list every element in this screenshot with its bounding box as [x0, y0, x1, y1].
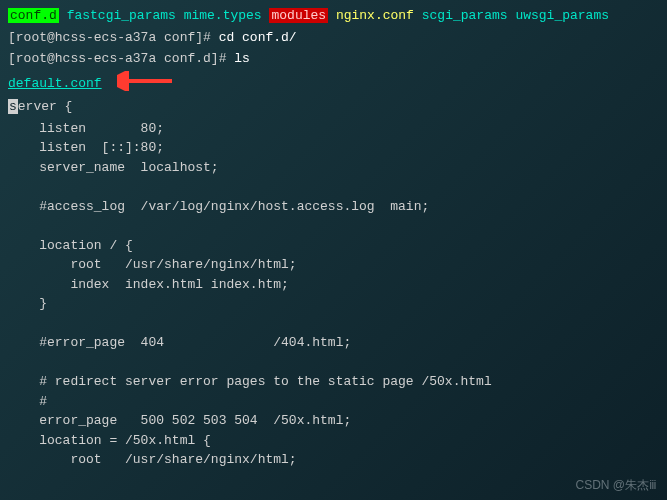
- filename-line: default.conf: [8, 71, 659, 98]
- cursor-icon: s: [8, 99, 18, 114]
- ls-item-modules: modules: [269, 8, 328, 23]
- prompt-line-cd: [root@hcss-ecs-a37a conf]# cd conf.d/: [8, 28, 659, 48]
- file-content-body: listen 80; listen [::]:80; server_name l…: [8, 119, 659, 470]
- command-text: cd conf.d/: [219, 30, 297, 45]
- file-content-first-line: server {: [8, 97, 659, 117]
- ls-item-mime: mime.types: [184, 8, 262, 23]
- ls-output-line: conf.d fastcgi_params mime.types modules…: [8, 6, 659, 26]
- default-conf-file: default.conf: [8, 74, 102, 94]
- ls-item-confd: conf.d: [8, 8, 59, 23]
- watermark-text: CSDN @朱杰ⅲ: [575, 476, 657, 494]
- prompt-prefix: [root@hcss-ecs-a37a conf]#: [8, 30, 219, 45]
- ls-item-uwsgi: uwsgi_params: [515, 8, 609, 23]
- prompt-prefix: [root@hcss-ecs-a37a conf.d]#: [8, 51, 234, 66]
- ls-item-nginxconf: nginx.conf: [336, 8, 414, 23]
- ls-item-scgi: scgi_params: [422, 8, 508, 23]
- command-text: ls: [234, 51, 250, 66]
- prompt-line-ls: [root@hcss-ecs-a37a conf.d]# ls: [8, 49, 659, 69]
- arrow-annotation-icon: [117, 71, 177, 98]
- ls-item-fastcgi: fastcgi_params: [67, 8, 176, 23]
